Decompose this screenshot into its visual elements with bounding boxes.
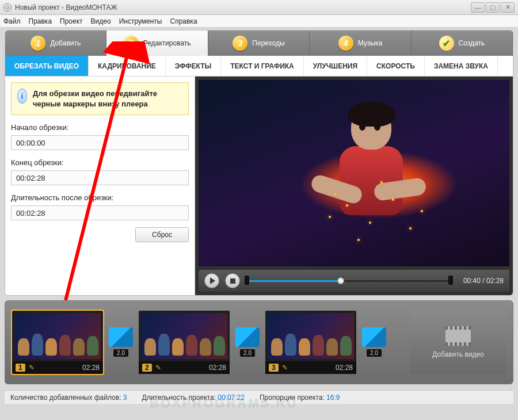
tab-trim[interactable]: ОБРЕЗАТЬ ВИДЕО <box>5 56 89 76</box>
sub-tabs: ОБРЕЗАТЬ ВИДЕО КАДРИРОВАНИЕ ЭФФЕКТЫ ТЕКС… <box>5 56 513 77</box>
transition[interactable]: 2.0 <box>235 327 260 357</box>
main-panel: 1 Добавить 2 Редактировать 3 Переходы 4 … <box>5 30 513 296</box>
step-music[interactable]: 4 Музыка <box>310 30 411 56</box>
add-video-label: Добавить видео <box>432 350 484 358</box>
trim-start-input[interactable] <box>11 135 189 150</box>
menu-tools[interactable]: Инструменты <box>119 17 162 25</box>
transition-duration: 2.0 <box>240 349 255 357</box>
status-files-label: Количество добавленных файлов: <box>10 394 121 402</box>
timeline: 1✎02:28 2.0 2✎02:28 2.0 3✎02:28 2.0 Доба… <box>5 300 513 384</box>
menu-video[interactable]: Видео <box>91 17 111 25</box>
step-label: Создать <box>459 39 485 47</box>
step-label: Переходы <box>252 39 284 47</box>
status-aspect-value: 16:9 <box>326 394 340 402</box>
tab-audio[interactable]: ЗАМЕНА ЗВУКА <box>425 56 498 76</box>
close-button[interactable]: ✕ <box>501 2 515 13</box>
info-icon: i <box>17 89 27 104</box>
step-num-icon: 2 <box>124 36 139 51</box>
preview-panel: 00:40 / 02:28 <box>195 77 513 295</box>
maximize-button[interactable]: ▢ <box>486 2 500 13</box>
menu-edit[interactable]: Правка <box>29 17 52 25</box>
film-icon <box>445 326 471 346</box>
pencil-icon: ✎ <box>29 364 35 372</box>
tab-speed[interactable]: СКОРОСТЬ <box>367 56 425 76</box>
tab-crop[interactable]: КАДРИРОВАНИЕ <box>89 56 166 76</box>
trim-end-label: Конец обрезки: <box>11 158 189 167</box>
step-create[interactable]: ✔ Создать <box>412 30 513 56</box>
step-num-icon: 4 <box>338 36 353 51</box>
minimize-button[interactable]: — <box>471 2 485 13</box>
titlebar: Новый проект - ВидеоМОНТАЖ — ▢ ✕ <box>0 0 518 15</box>
pencil-icon: ✎ <box>282 364 288 372</box>
trim-marker-end[interactable] <box>448 276 453 285</box>
check-icon: ✔ <box>439 36 454 51</box>
reset-button[interactable]: Сброс <box>135 227 189 242</box>
play-icon <box>210 277 215 284</box>
step-num-icon: 1 <box>31 36 45 51</box>
clip-duration: 02:28 <box>209 364 226 372</box>
stop-button[interactable] <box>225 273 240 288</box>
transition-icon <box>109 327 133 347</box>
transition-icon <box>362 327 386 347</box>
transition-duration: 2.0 <box>113 349 128 357</box>
seek-slider[interactable] <box>246 277 452 285</box>
timeline-clip[interactable]: 1✎02:28 <box>12 311 103 374</box>
tab-text[interactable]: ТЕКСТ И ГРАФИКА <box>221 56 303 76</box>
transition[interactable]: 2.0 <box>109 327 133 357</box>
status-files-value: 3 <box>123 394 127 402</box>
trim-marker-start[interactable] <box>245 276 249 285</box>
step-num-icon: 3 <box>233 36 247 51</box>
timeline-clip[interactable]: 2✎02:28 <box>139 311 230 374</box>
seek-thumb[interactable] <box>337 277 344 284</box>
window-title: Новый проект - ВидеоМОНТАЖ <box>15 3 471 12</box>
video-preview[interactable] <box>199 80 509 266</box>
transition[interactable]: 2.0 <box>362 327 386 357</box>
trim-end-input[interactable] <box>11 170 189 185</box>
player-controls: 00:40 / 02:28 <box>199 270 509 292</box>
tab-enhance[interactable]: УЛУЧШЕНИЯ <box>304 56 367 76</box>
clip-index: 2 <box>142 364 152 372</box>
pencil-icon: ✎ <box>155 364 161 372</box>
watermark: BOXPROGRAMS.RU <box>150 396 298 411</box>
hint-box: i Для обрезки видео передвигайте черные … <box>11 82 189 115</box>
add-video-button[interactable]: Добавить видео <box>410 311 506 374</box>
timeline-clip[interactable]: 3✎02:28 <box>265 311 356 374</box>
menu-project[interactable]: Проект <box>60 17 83 25</box>
app-icon <box>3 3 12 12</box>
step-label: Добавить <box>50 39 81 47</box>
trim-panel: i Для обрезки видео передвигайте черные … <box>5 77 195 295</box>
transition-duration: 2.0 <box>367 349 382 357</box>
step-edit[interactable]: 2 Редактировать <box>106 30 208 56</box>
stop-icon <box>230 278 235 284</box>
step-add[interactable]: 1 Добавить <box>5 30 106 56</box>
clip-index: 1 <box>16 364 25 372</box>
tab-effects[interactable]: ЭФФЕКТЫ <box>166 56 221 76</box>
clip-duration: 02:28 <box>82 364 100 372</box>
timecode: 00:40 / 02:28 <box>463 277 504 285</box>
trim-dur-input[interactable] <box>11 205 189 220</box>
trim-dur-label: Длительность после обрезки: <box>11 193 189 202</box>
clip-duration: 02:28 <box>336 364 353 372</box>
trim-start-label: Начало обрезки: <box>11 123 189 132</box>
menu-file[interactable]: Файл <box>3 17 21 25</box>
step-label: Музыка <box>358 39 382 47</box>
step-transitions[interactable]: 3 Переходы <box>208 30 310 56</box>
menubar: Файл Правка Проект Видео Инструменты Спр… <box>0 15 518 28</box>
menu-help[interactable]: Справка <box>170 17 197 25</box>
clip-index: 3 <box>269 364 279 372</box>
step-label: Редактировать <box>143 39 191 47</box>
play-button[interactable] <box>204 273 219 288</box>
hint-text: Для обрезки видео передвигайте черные ма… <box>33 89 182 109</box>
step-tabs: 1 Добавить 2 Редактировать 3 Переходы 4 … <box>5 30 513 56</box>
transition-icon <box>235 327 260 347</box>
